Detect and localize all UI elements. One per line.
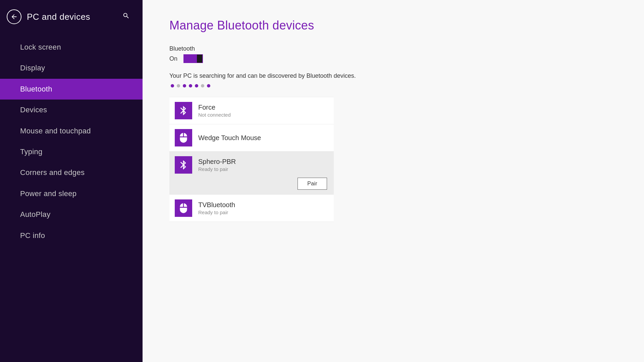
pair-button-sphero-pbr[interactable]: Pair <box>298 178 327 190</box>
sidebar-item-power-sleep[interactable]: Power and sleep <box>0 183 143 204</box>
device-status-sphero-pbr: Ready to pair <box>198 166 236 172</box>
sidebar-item-mouse-touchpad[interactable]: Mouse and touchpad <box>0 121 143 141</box>
sidebar-item-corners-edges[interactable]: Corners and edges <box>0 162 143 183</box>
device-name-force: Force <box>198 104 231 111</box>
device-item-sphero-pbr[interactable]: Sphero-PBR Ready to pair Pair <box>169 152 334 195</box>
scanning-dots <box>171 84 617 87</box>
sidebar-item-lock-screen[interactable]: Lock screen <box>0 37 143 58</box>
device-item-force[interactable]: Force Not connected <box>169 97 334 124</box>
scanning-dot-6 <box>207 84 210 87</box>
device-status-force: Not connected <box>198 112 231 118</box>
bluetooth-toggle-section: Bluetooth On <box>169 45 617 63</box>
scanning-dot-4 <box>195 84 198 87</box>
device-main-row-sphero-pbr: Sphero-PBR Ready to pair <box>175 156 328 174</box>
device-item-wedge-touch-mouse[interactable]: Wedge Touch Mouse <box>169 124 334 152</box>
sidebar-item-autoplay[interactable]: AutoPlay <box>0 204 143 225</box>
scanning-dot-1 <box>177 84 180 87</box>
scanning-dot-5 <box>201 84 204 87</box>
device-list: Force Not connected Wedge Touch Mouse <box>169 97 334 222</box>
sidebar-item-pc-info[interactable]: PC info <box>0 225 143 246</box>
device-info-force: Force Not connected <box>198 104 231 118</box>
back-button[interactable] <box>7 9 21 24</box>
bluetooth-label: Bluetooth <box>169 45 617 52</box>
sidebar-header: PC and devices <box>0 0 143 34</box>
searching-text: Your PC is searching for and can be disc… <box>169 72 617 79</box>
device-name-sphero-pbr: Sphero-PBR <box>198 158 236 166</box>
device-item-tvbluetooth[interactable]: TVBluetooth Ready to pair <box>169 195 334 222</box>
device-info-tvbluetooth: TVBluetooth Ready to pair <box>198 201 235 215</box>
device-main-row-wedge-touch-mouse: Wedge Touch Mouse <box>175 129 328 146</box>
device-icon-sphero-pbr <box>175 156 192 174</box>
device-icon-wedge-touch-mouse <box>175 129 192 146</box>
sidebar-item-bluetooth[interactable]: Bluetooth <box>0 79 143 100</box>
device-info-wedge-touch-mouse: Wedge Touch Mouse <box>198 134 261 142</box>
sidebar-item-typing[interactable]: Typing <box>0 141 143 162</box>
sidebar: PC and devices Lock screenDisplayBluetoo… <box>0 0 143 362</box>
bluetooth-toggle[interactable] <box>183 54 203 63</box>
sidebar-item-devices[interactable]: Devices <box>0 100 143 120</box>
device-icon-tvbluetooth <box>175 199 192 217</box>
device-main-row-tvbluetooth: TVBluetooth Ready to pair <box>175 199 328 217</box>
toggle-thumb <box>197 55 202 63</box>
nav-menu: Lock screenDisplayBluetoothDevicesMouse … <box>0 37 143 362</box>
page-title: Manage Bluetooth devices <box>169 18 617 33</box>
device-name-wedge-touch-mouse: Wedge Touch Mouse <box>198 134 261 142</box>
scanning-dot-2 <box>183 84 186 87</box>
toggle-row: On <box>169 54 617 63</box>
scanning-dot-0 <box>171 84 174 87</box>
device-status-tvbluetooth: Ready to pair <box>198 209 235 215</box>
search-button[interactable] <box>120 11 132 23</box>
toggle-on-label: On <box>169 55 177 62</box>
device-info-sphero-pbr: Sphero-PBR Ready to pair <box>198 158 236 172</box>
device-main-row-force: Force Not connected <box>175 102 328 119</box>
device-icon-force <box>175 102 192 119</box>
sidebar-title: PC and devices <box>27 12 90 22</box>
device-name-tvbluetooth: TVBluetooth <box>198 201 235 209</box>
main-content: Manage Bluetooth devices Bluetooth On Yo… <box>143 0 644 362</box>
scanning-dot-3 <box>189 84 192 87</box>
device-actions-sphero-pbr: Pair <box>175 178 328 190</box>
sidebar-item-display[interactable]: Display <box>0 58 143 78</box>
